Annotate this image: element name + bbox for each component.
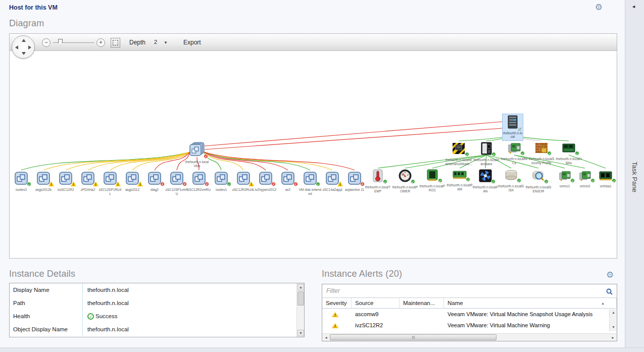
details-row-value: thefourth.n.local: [83, 326, 304, 332]
export-button[interactable]: Export: [183, 39, 201, 46]
diagram-node[interactable]: ✓thefourth.n.localSENSOR: [525, 169, 552, 193]
disk-icon: ✓: [505, 169, 518, 183]
column-header-source[interactable]: Source: [352, 298, 400, 308]
details-row-label: Path: [10, 296, 83, 310]
diagram-node-label: thefourth.n.localHardware: [473, 158, 500, 166]
diagram-node[interactable]: ✗zSC12R2vmRU: [187, 172, 211, 192]
diagram-node[interactable]: ✓thefourth.n.localHBAs: [555, 142, 582, 165]
details-row: Display Namethefourth.n.local: [10, 283, 304, 296]
diagram-node[interactable]: ✓thefourth.n.localSecurity Profile: [528, 142, 555, 165]
fit-to-screen-button[interactable]: [111, 38, 120, 47]
diagram-node[interactable]: !asgs2012: [121, 172, 144, 192]
diagram-node[interactable]: ✓vmnic1: [554, 170, 576, 188]
alerts-hscroll-thumb[interactable]: [330, 334, 497, 340]
server-icon: [508, 115, 518, 131]
diagram-node-label: asgs2012b: [32, 188, 55, 192]
details-row-label: Object Display Name: [10, 323, 83, 336]
diagram-node-label: zSC12SP1vmRU: [165, 188, 188, 196]
diagram-node[interactable]: ✓thefourth.n.localMaintenanceMode...: [445, 142, 472, 166]
alerts-scroll-right-icon[interactable]: ►: [610, 334, 616, 341]
pan-up-icon[interactable]: [22, 39, 26, 42]
alerts-scroll-up-icon[interactable]: ▲: [610, 310, 617, 316]
diagram-node[interactable]: ✗thefourth.n.localVMs: [185, 142, 209, 168]
details-scroll-down-icon[interactable]: ▼: [298, 330, 304, 336]
vm-icon: ✗: [259, 172, 272, 187]
page-title: Host for this VM: [9, 4, 58, 11]
diagram-node[interactable]: ✓ivzdev2: [10, 172, 33, 192]
details-row-value: thefourth.n.local: [83, 287, 304, 293]
alerts-scroll-down-icon[interactable]: ▼: [610, 324, 617, 331]
diagram-node-label: thefourth.n.localVMs: [185, 160, 209, 168]
diagram-node[interactable]: ✗diag2: [143, 172, 166, 192]
health-badge-success: ✓: [316, 182, 320, 186]
pan-right-icon[interactable]: [28, 45, 31, 49]
depth-dropdown-icon[interactable]: ▼: [164, 40, 168, 45]
diagram-node[interactable]: ✓thefourth.n.localDISK: [498, 169, 524, 192]
vm-icon: !: [126, 172, 139, 187]
diagram-node-label: vmnic1: [554, 184, 576, 188]
zoom-slider-thumb[interactable]: [58, 39, 63, 45]
diagram-node-host-selected[interactable]: thefourth.n.local: [502, 114, 523, 141]
pan-wheel[interactable]: [12, 35, 35, 59]
alerts-scroll-left-icon[interactable]: ◄: [323, 334, 329, 341]
diagram-node-label: vmhba1: [595, 184, 617, 188]
column-header-name[interactable]: Name: [444, 298, 617, 308]
diagram-node[interactable]: ✓thefourth.n.localFAN: [472, 169, 499, 193]
diagram-node[interactable]: ✗av2: [276, 172, 300, 192]
alerts-settings-gear-icon[interactable]: ⚙: [606, 271, 614, 279]
depth-value[interactable]: 2: [154, 39, 157, 45]
details-row-value: thefourth.n.local: [83, 300, 304, 306]
diagram-node[interactable]: ✓thefourth.n.localPOWER: [392, 169, 418, 193]
diagram-node[interactable]: ✓vmhba1: [595, 170, 617, 188]
health-badge-success: ✓: [517, 178, 521, 183]
fan-icon: ✓: [479, 169, 492, 184]
vmnic-icon: ✓: [558, 170, 571, 183]
diagram-node-label: zSC12SP1RU4L: [98, 188, 122, 196]
pan-left-icon[interactable]: [15, 45, 18, 49]
diagram-node-label: zSC12R2vmRU: [187, 188, 211, 192]
diagram-node[interactable]: !zSC14a2appl: [321, 172, 344, 192]
column-header-maintenance[interactable]: Maintenan...: [400, 298, 444, 308]
alerts-filter-input[interactable]: [322, 284, 601, 297]
diagram-node-label: zSC12R2RU4L: [232, 188, 255, 192]
task-pane-collapse-icon[interactable]: ◄: [631, 4, 636, 9]
diagram-node[interactable]: ✓VM disk extended: [299, 172, 322, 196]
diagram-node[interactable]: ✓thefourth.n.localTEMP: [365, 169, 391, 193]
diagram-node[interactable]: ✓ivzdev1: [210, 172, 233, 192]
diagram-node[interactable]: ✓thefourth.n.localNICs: [501, 142, 528, 165]
zoom-out-button[interactable]: −: [42, 38, 51, 47]
diagram-node[interactable]: ✗lv2hyperv2012: [254, 172, 277, 192]
diagram-node-label: thefourth.n.localFAN: [472, 185, 499, 193]
diagram-node[interactable]: !asgs2012b: [32, 172, 55, 192]
task-pane-collapsed[interactable]: ◄ Task Pane: [625, 0, 644, 352]
search-icon[interactable]: [606, 288, 613, 297]
diagram-node[interactable]: ✗zSC12SP1vmRU: [165, 172, 188, 196]
diagram-node-label: ivzdev1: [210, 188, 233, 192]
diagram-canvas[interactable]: ✗thefourth.n.localVMs✓ivzdev2!asgs2012b!…: [10, 51, 617, 258]
details-scroll-up-icon[interactable]: ▲: [298, 284, 304, 290]
diagram-node[interactable]: ✓thefourth.n.localRAM: [447, 169, 473, 191]
details-scroll-thumb[interactable]: [298, 291, 304, 306]
diagram-node[interactable]: !zSC12SP1RU4L: [98, 172, 122, 196]
diagram-node[interactable]: !zPDXHa2: [76, 172, 100, 192]
health-badge-error: ✗: [271, 182, 276, 186]
diagram-node[interactable]: ✓thefourth.n.localPROC: [419, 169, 445, 192]
health-badge-success: ✓: [466, 177, 470, 182]
diagram-node[interactable]: ✗avjasmine 11: [343, 172, 366, 192]
chassis-icon: ✓: [480, 142, 492, 157]
zoom-in-button[interactable]: +: [96, 38, 105, 47]
diagram-node[interactable]: !zSC12R2RU4L: [232, 172, 255, 192]
diagram-node[interactable]: !ivzSC12R2: [54, 172, 77, 192]
vm-icon: ✗: [348, 172, 361, 187]
column-header-severity[interactable]: Severity: [322, 298, 352, 308]
sort-ascending-icon[interactable]: ▲: [601, 301, 605, 305]
diagram-node[interactable]: ✓thefourth.n.localHardware: [473, 142, 500, 166]
pan-down-icon[interactable]: [22, 52, 26, 55]
view-settings-gear-icon[interactable]: ⚙: [595, 3, 603, 12]
diagram-node[interactable]: ✓vmnic0: [574, 170, 596, 188]
diagram-node-label: thefourth.n.local: [503, 131, 523, 138]
vm-icon: !: [37, 172, 50, 187]
alert-row[interactable]: !ivzSC12R2Veeam VMware: Virtual Machine …: [322, 320, 610, 331]
alert-row[interactable]: !ascomw9Veeam VMware: Virtual Machine Sn…: [322, 309, 610, 320]
health-badge-error: ✗: [360, 182, 365, 186]
